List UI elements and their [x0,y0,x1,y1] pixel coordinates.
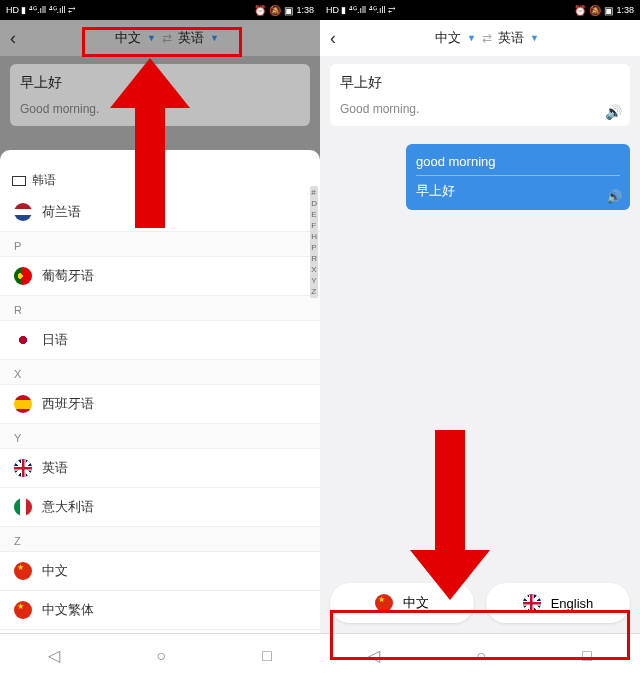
index-letter[interactable]: # [311,188,317,197]
arrow-up-icon [100,48,200,238]
flag-icon [14,395,32,413]
flag-icon [14,203,32,221]
nav-bar: ◁ ○ □ [0,633,320,677]
flag-icon [14,267,32,285]
language-row[interactable]: 葡萄牙语 [0,257,320,296]
language-row[interactable]: 日语 [0,321,320,360]
index-letter[interactable]: Y [311,276,317,285]
clock: 1:38 [616,5,634,15]
nav-recent[interactable]: □ [262,647,272,665]
flag-icon [14,562,32,580]
language-label: 意大利语 [42,498,94,516]
dst-lang[interactable]: 英语 [498,29,524,47]
section-header: Y [0,424,320,449]
nav-back[interactable]: ◁ [48,646,60,665]
dropdown-icon: ▼ [530,33,539,43]
svg-marker-1 [410,430,490,600]
language-label: 西班牙语 [42,395,94,413]
section-header: R [0,296,320,321]
arrow-down-icon [400,420,500,610]
svg-marker-0 [110,58,190,228]
index-letter[interactable]: D [311,199,317,208]
flag-icon [14,498,32,516]
language-label: 葡萄牙语 [42,267,94,285]
status-left: HD ▮ ⁴ᴳ.ıll ⁴ᴳ.ıll ⥂ [6,5,76,15]
language-row[interactable]: 英语 [0,449,320,488]
language-row[interactable]: 中文 [0,552,320,591]
back-icon[interactable]: ‹ [10,28,16,49]
highlight-box [330,610,630,660]
swap-icon[interactable]: ⇄ [482,31,492,45]
index-letter[interactable]: R [311,254,317,263]
mute-icon: 🔕 [269,5,281,16]
dropdown-icon: ▼ [467,33,476,43]
index-letter[interactable]: E [311,210,317,219]
index-letter[interactable]: Z [311,287,317,296]
clock: 1:38 [296,5,314,15]
nav-home[interactable]: ○ [156,647,166,665]
battery-icon: ▣ [284,5,293,16]
language-row[interactable]: 中文繁体 [0,591,320,630]
reply-dst: 早上好 [416,182,620,200]
language-label: 荷兰语 [42,203,81,221]
reply-bubble: good morning 早上好 🔊 [406,144,630,210]
language-list[interactable]: 荷兰语P葡萄牙语R日语X西班牙语Y英语意大利语Z中文中文繁体 [0,193,320,633]
battery-icon: ▣ [604,5,613,16]
status-bar: HD ▮ ⁴ᴳ.ıll ⁴ᴳ.ıll ⥂ ⏰ 🔕 ▣ 1:38 [0,0,320,20]
src-lang[interactable]: 中文 [435,29,461,47]
dest-text: Good morning. [340,102,620,116]
status-left: HD ▮ ⁴ᴳ.ıll ⁴ᴳ.ıll ⥂ [326,5,396,15]
reply-src: good morning [416,154,620,176]
source-text: 早上好 [340,74,620,92]
index-letter[interactable]: P [311,243,317,252]
language-row[interactable]: 意大利语 [0,488,320,527]
mute-icon: 🔕 [589,5,601,16]
language-label: 中文 [42,562,68,580]
section-header: X [0,360,320,385]
back-icon[interactable]: ‹ [330,28,336,49]
language-row[interactable]: 西班牙语 [0,385,320,424]
language-label: 中文繁体 [42,601,94,619]
alarm-icon: ⏰ [574,5,586,16]
flag-icon [14,331,32,349]
language-label: 英语 [42,459,68,477]
index-letter[interactable]: H [311,232,317,241]
status-bar: HD ▮ ⁴ᴳ.ıll ⁴ᴳ.ıll ⥂ ⏰ 🔕 ▣ 1:38 [320,0,640,20]
speaker-icon[interactable]: 🔊 [605,104,622,120]
language-picker[interactable]: 中文▼ ⇄ 英语▼ [344,29,630,47]
alpha-index[interactable]: #DEFHPRXYZ [310,186,318,298]
index-letter[interactable]: X [311,265,317,274]
section-header: Z [0,527,320,552]
language-label: 日语 [42,331,68,349]
translate-card: 早上好 Good morning. 🔊 [330,64,630,126]
top-bar: ‹ 中文▼ ⇄ 英语▼ [320,20,640,56]
flag-icon [14,459,32,477]
index-letter[interactable]: F [311,221,317,230]
flag-icon [14,601,32,619]
speaker-icon[interactable]: 🔊 [606,189,622,204]
alarm-icon: ⏰ [254,5,266,16]
